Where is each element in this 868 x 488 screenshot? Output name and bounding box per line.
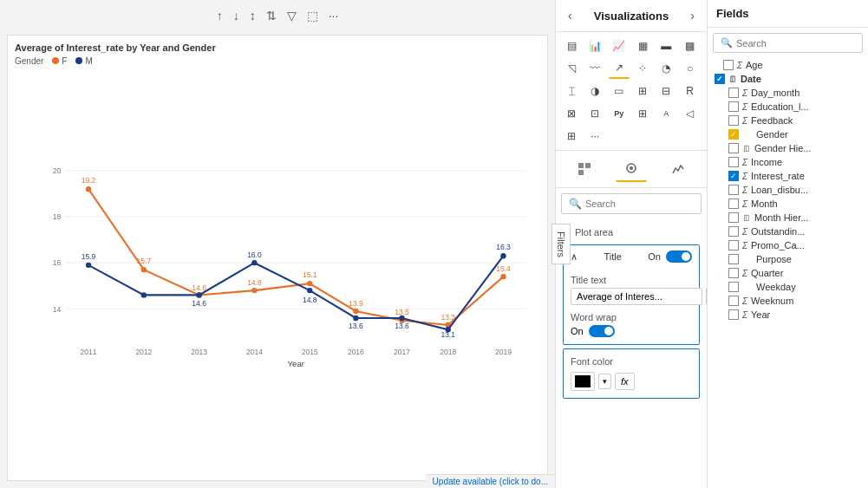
svg-text:13.9: 13.9 — [349, 299, 363, 308]
viz-shape[interactable]: ◁ — [680, 103, 701, 124]
field-item-year[interactable]: Σ Year — [711, 308, 865, 322]
field-checkbox-promo[interactable] — [728, 240, 739, 251]
viz-table[interactable]: ⊞ — [632, 81, 653, 101]
viz-panel-title: Visualizations — [594, 10, 669, 23]
viz-image[interactable]: ⊞ — [561, 126, 582, 146]
field-item-gender[interactable]: ✓ Gender — [711, 127, 865, 141]
field-checkbox-age[interactable] — [723, 60, 734, 70]
title-toggle-switch[interactable] — [666, 251, 692, 263]
field-item-interest-rate[interactable]: ✓ Σ Interest_rate — [711, 169, 865, 183]
status-bar[interactable]: Update available (click to do... — [426, 474, 555, 488]
field-item-education[interactable]: Σ Education_l... — [711, 100, 865, 114]
field-checkbox-quarter[interactable] — [728, 268, 739, 278]
viz-bar3[interactable]: ▩ — [680, 36, 701, 56]
title-text-input[interactable] — [571, 288, 702, 305]
toolbar: ↑ ↓ ↕ ⇅ ▽ ⬚ ··· — [0, 0, 555, 31]
title-toggle[interactable]: On — [648, 251, 692, 263]
field-checkbox-feedback[interactable] — [728, 115, 739, 126]
viz-scatter[interactable]: ⁘ — [632, 58, 653, 79]
plot-area-label[interactable]: ▾ Plot area — [559, 223, 703, 241]
more-icon[interactable]: ··· — [329, 9, 339, 23]
viz-line[interactable]: ↗ — [609, 58, 630, 79]
field-item-day-month[interactable]: Σ Day_month — [711, 86, 865, 100]
field-checkbox-year[interactable] — [728, 309, 739, 320]
field-checkbox-gender[interactable]: ✓ — [728, 129, 739, 140]
sort-desc-icon[interactable]: ↓ — [233, 9, 239, 23]
field-item-quarter[interactable]: Σ Quarter — [711, 266, 865, 280]
svg-text:14.6: 14.6 — [192, 283, 206, 292]
field-checkbox-weekday[interactable] — [728, 282, 739, 292]
field-checkbox-gender-hier[interactable] — [728, 143, 739, 153]
viz-qr[interactable]: ⊞ — [632, 103, 653, 124]
sort-both-icon[interactable]: ↕ — [250, 9, 256, 23]
field-label-gender-hier: Gender Hie... — [754, 143, 811, 153]
viz-more[interactable]: ··· — [584, 126, 605, 146]
viz-funnel[interactable]: ⌶ — [561, 81, 582, 101]
viz-area[interactable]: ◹ — [561, 58, 582, 79]
svg-text:19.2: 19.2 — [82, 176, 96, 185]
field-item-feedback[interactable]: Σ Feedback — [711, 114, 865, 127]
viz-donut[interactable]: ○ — [680, 58, 701, 79]
field-item-loan[interactable]: Σ Loan_disbu... — [711, 183, 865, 197]
field-item-purpose[interactable]: Purpose — [711, 252, 865, 266]
viz-matrix[interactable]: ⊟ — [656, 81, 676, 101]
viz-nav-right[interactable]: › — [687, 7, 698, 24]
field-item-promo[interactable]: Σ Promo_Ca... — [711, 238, 865, 252]
field-checkbox-date[interactable]: ✓ — [715, 74, 725, 84]
color-dropdown-btn[interactable]: ▾ — [598, 374, 611, 389]
field-checkbox-income[interactable] — [728, 157, 739, 167]
field-item-month-hier[interactable]: 🗓 Month Hier... — [711, 211, 865, 224]
field-label-year: Year — [751, 309, 770, 320]
viz-python[interactable]: Py — [609, 103, 630, 124]
fields-search-input[interactable] — [736, 38, 855, 49]
field-item-outstanding[interactable]: Σ Outstandin... — [711, 224, 865, 238]
field-checkbox-education[interactable] — [728, 101, 739, 112]
field-item-month[interactable]: Σ Month — [711, 197, 865, 211]
field-item-income[interactable]: Σ Income — [711, 155, 865, 169]
title-section: ∧ Title On Title text fx — [563, 244, 700, 345]
field-checkbox-month-hier[interactable] — [728, 212, 739, 223]
color-swatch[interactable] — [571, 372, 595, 391]
field-group-date-header[interactable]: ✓ 🗓 Date — [711, 72, 865, 86]
title-fx-button[interactable]: fx — [706, 288, 707, 305]
filter-icon[interactable]: ▽ — [287, 9, 297, 23]
viz-gauge[interactable]: ◑ — [584, 81, 605, 101]
viz-analytics-btn[interactable] — [662, 156, 694, 182]
field-item-weekday[interactable]: Weekday — [711, 280, 865, 294]
table-icon[interactable]: ⬚ — [307, 9, 318, 23]
field-checkbox-month[interactable] — [728, 198, 739, 209]
expand-icon[interactable]: ⇅ — [266, 9, 277, 23]
viz-search-input[interactable] — [585, 198, 694, 209]
sort-asc-icon[interactable]: ↑ — [217, 9, 223, 23]
field-checkbox-day-month[interactable] — [728, 88, 739, 98]
field-checkbox-loan[interactable] — [728, 185, 739, 195]
viz-stacked-bar[interactable]: ▤ — [561, 36, 582, 56]
field-checkbox-outstanding[interactable] — [728, 226, 739, 237]
viz-bar-chart[interactable]: 📊 — [584, 36, 605, 56]
viz-map[interactable]: R — [680, 81, 701, 101]
field-checkbox-weeknum[interactable] — [728, 296, 739, 306]
viz-waterfall[interactable]: ⊡ — [584, 103, 605, 124]
viz-card[interactable]: ▭ — [609, 81, 630, 101]
field-item-weeknum[interactable]: Σ Weeknum — [711, 294, 865, 308]
viz-pie[interactable]: ◔ — [656, 58, 676, 79]
viz-format-btn[interactable] — [616, 156, 647, 182]
viz-bar2[interactable]: ▬ — [656, 36, 676, 56]
viz-ribbon[interactable]: 〰 — [584, 58, 605, 79]
field-checkbox-purpose[interactable] — [728, 254, 739, 264]
viz-treemap[interactable]: ⊠ — [561, 103, 582, 124]
viz-bar-stacked[interactable]: ▦ — [632, 36, 653, 56]
filters-tab[interactable]: Filters — [551, 224, 571, 265]
fields-search-box[interactable]: 🔍 — [713, 33, 863, 53]
field-checkbox-interest-rate[interactable]: ✓ — [728, 171, 739, 181]
field-item-gender-hier[interactable]: 🗓 Gender Hie... — [711, 141, 865, 155]
viz-search-box[interactable]: 🔍 — [561, 193, 702, 214]
viz-nav-left[interactable]: ‹ — [565, 7, 576, 24]
viz-text[interactable]: A — [656, 103, 676, 124]
color-fx-button[interactable]: fx — [615, 373, 635, 390]
title-section-header[interactable]: ∧ Title On — [564, 245, 699, 268]
field-item-age[interactable]: Σ Age — [711, 58, 865, 72]
viz-line-bar[interactable]: 📈 — [609, 36, 630, 56]
word-wrap-toggle[interactable] — [589, 325, 615, 337]
viz-build-btn[interactable] — [569, 156, 600, 182]
